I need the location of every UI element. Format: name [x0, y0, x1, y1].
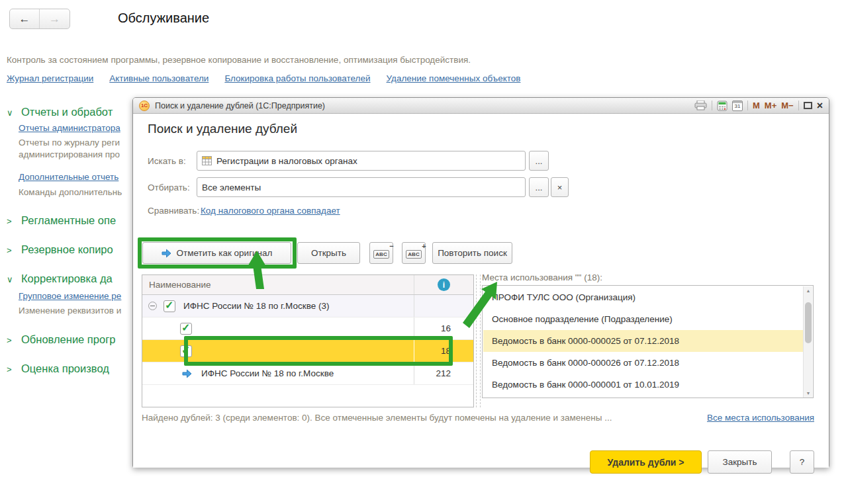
dialog-title: Поиск и удаление дублей (1С:Предприятие) — [155, 101, 325, 110]
mark-as-original-button[interactable]: Отметить как оригинал — [142, 242, 291, 264]
sidebar-link-additional-reports[interactable]: Дополнительные отчеть — [19, 172, 118, 182]
filter-label: Отбирать: — [148, 183, 190, 192]
sidebar-text-journal-reports-2: администрирования про — [19, 149, 120, 159]
table-row-original[interactable]: ИФНС России № 18 по г.Москве 212 — [142, 362, 473, 385]
sidebar-section-backup[interactable]: >Резервное копиро — [7, 243, 113, 256]
table-row-group[interactable]: ✓ ИФНС России № 18 по г.Москве (3) — [142, 295, 473, 317]
list-item[interactable]: Основное подразделение (Подразделение) — [483, 308, 803, 330]
info-icon: i — [438, 278, 450, 291]
sidebar-section-performance[interactable]: >Оценка производ — [7, 362, 109, 375]
open-button[interactable]: Открыть — [297, 242, 360, 264]
search-in-field[interactable]: Регистрации в налоговых органах — [197, 151, 526, 171]
link-delete-marked-objects[interactable]: Удаление помеченных объектов — [387, 73, 521, 83]
list-item-highlighted[interactable]: Ведомость в банк 0000-000025 от 07.12.20… — [483, 330, 803, 352]
titlebar-separator — [747, 101, 748, 110]
1c-logo-icon: 1С — [139, 101, 150, 111]
scroll-down-icon[interactable]: ▼ — [804, 391, 813, 396]
row-checkbox[interactable]: ✓ — [180, 323, 192, 335]
search-in-label: Искать в: — [148, 156, 186, 166]
sidebar-link-admin-reports[interactable]: Отчеты администратора — [19, 123, 120, 133]
search-in-more-button[interactable]: ... — [529, 151, 549, 171]
usage-places-list: ПРОФИ ТУЛС ООО (Организация) Основное по… — [482, 285, 814, 398]
search-in-value: Регистрации в налоговых органах — [216, 156, 357, 166]
sidebar-section-data-correction[interactable]: ∨Корректировка да — [7, 273, 113, 285]
dialog-titlebar[interactable]: 1С Поиск и удаление дублей (1С:Предприят… — [133, 98, 829, 114]
all-usage-places-link[interactable]: Все места использования — [698, 413, 814, 423]
sidebar-text-change-attributes: Изменение реквизитов и — [19, 306, 121, 315]
name-column-header[interactable]: Наименование — [142, 280, 414, 290]
filter-field[interactable]: Все элементы — [197, 177, 526, 197]
memory-button[interactable]: M — [753, 101, 760, 110]
chevron-down-icon: ∨ — [7, 108, 21, 118]
back-arrow-icon: ← — [19, 13, 30, 26]
sidebar-section-update[interactable]: >Обновление прогр — [7, 333, 115, 346]
table-header[interactable]: Наименование i — [142, 275, 473, 295]
filter-clear-button[interactable]: × — [551, 177, 569, 197]
table-icon — [202, 156, 212, 165]
chevron-right-icon: > — [7, 335, 21, 345]
group-checkbox[interactable]: ✓ — [164, 300, 175, 312]
info-column-header[interactable]: i — [414, 275, 473, 294]
page-title: Обслуживание — [118, 11, 209, 26]
sidebar-section-scheduled-ops[interactable]: >Регламентные опе — [7, 214, 116, 227]
help-button[interactable]: ? — [790, 450, 814, 474]
scrollbar[interactable]: ▲ ▼ — [803, 286, 812, 398]
sidebar: ∨Отчеты и обработ Отчеты администратора … — [7, 99, 139, 470]
blue-arrow-icon — [182, 369, 192, 378]
repeat-search-button[interactable]: Повторить поиск — [432, 242, 512, 264]
status-text: Найдено дублей: 3 (среди элементов: 0). … — [142, 413, 612, 423]
duplicates-dialog: 1С Поиск и удаление дублей (1С:Предприят… — [132, 97, 829, 468]
close-button[interactable]: Закрыть — [708, 450, 772, 474]
titlebar-separator — [712, 101, 712, 110]
abc-plus-button[interactable]: ABC+ — [402, 242, 426, 264]
close-icon[interactable]: × — [817, 101, 823, 111]
memory-plus-button[interactable]: M+ — [765, 101, 776, 110]
sidebar-link-group-change[interactable]: Групповое изменение ре — [19, 291, 121, 301]
filter-more-button[interactable]: ... — [529, 177, 549, 197]
print-icon[interactable] — [694, 101, 707, 110]
delete-duplicates-button[interactable]: Удалить дубли > — [590, 450, 702, 474]
toolbar-links: Журнал регистрации Активные пользователи… — [7, 73, 520, 83]
collapse-icon[interactable] — [148, 302, 157, 310]
page-description: Контроль за состоянием программы, резерв… — [7, 55, 471, 65]
link-event-log[interactable]: Журнал регистрации — [7, 73, 93, 83]
chevron-right-icon: > — [7, 245, 21, 255]
calculator-icon[interactable] — [717, 101, 728, 111]
blue-arrow-icon — [162, 249, 171, 258]
filter-value: Все элементы — [202, 183, 261, 192]
titlebar-separator — [798, 101, 799, 110]
history-nav: ← → — [9, 9, 70, 29]
calendar-icon[interactable]: 31 — [732, 101, 743, 111]
forward-button[interactable]: → — [40, 9, 70, 28]
list-item[interactable]: Ведомость в банк 0000-000001 от 10.01.20… — [483, 374, 803, 396]
chevron-right-icon: > — [7, 364, 21, 374]
row-checkbox[interactable]: ✓ — [180, 345, 192, 357]
memory-minus-button[interactable]: M− — [781, 101, 793, 110]
chevron-right-icon: > — [7, 216, 21, 226]
sidebar-section-reports[interactable]: ∨Отчеты и обработ — [7, 106, 113, 118]
abc-minus-icon: ABC− — [373, 248, 389, 258]
compare-label: Сравнивать: — [148, 206, 199, 216]
usage-places-label: Места использования "" (18): — [482, 273, 602, 282]
scroll-up-icon[interactable]: ▲ — [804, 288, 813, 293]
pane-splitter[interactable] — [476, 274, 481, 407]
list-item[interactable]: ПРОФИ ТУЛС ООО (Организация) — [483, 286, 803, 308]
maximize-icon[interactable] — [804, 102, 812, 109]
sidebar-text-journal-reports: Отчеты по журналу реги — [19, 138, 120, 147]
duplicates-table: Наименование i ✓ ИФНС России № 18 по г.М… — [142, 274, 474, 407]
link-active-users[interactable]: Активные пользователи — [109, 73, 209, 83]
abc-minus-button[interactable]: ABC− — [369, 242, 393, 264]
chevron-down-icon: ∨ — [7, 274, 21, 284]
abc-plus-icon: ABC+ — [406, 248, 421, 258]
sidebar-text-additional-commands: Команды дополнительнь — [19, 187, 122, 197]
dialog-heading: Поиск и удаление дублей — [148, 122, 297, 136]
scrollbar-thumb[interactable] — [805, 302, 812, 343]
link-user-lock[interactable]: Блокировка работы пользователей — [224, 73, 370, 83]
back-button[interactable]: ← — [10, 9, 40, 28]
status-row: Найдено дублей: 3 (среди элементов: 0). … — [142, 413, 814, 423]
table-row-duplicate-18-selected[interactable]: ✓ 18 — [142, 340, 473, 362]
dialog-body: Поиск и удаление дублей Искать в: Регист… — [133, 114, 829, 468]
compare-rule-link[interactable]: Код налогового органа совпадает — [201, 206, 340, 216]
table-row-duplicate-16[interactable]: ✓ 16 — [142, 317, 473, 340]
list-item[interactable]: Ведомость в банк 0000-000026 от 07.12.20… — [483, 352, 803, 374]
